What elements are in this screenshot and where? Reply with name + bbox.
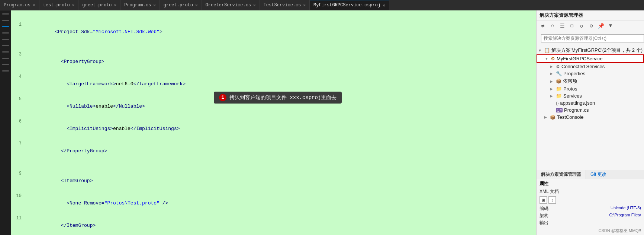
tab-bar: Program.cs ✕ test.proto ✕ greet.proto ✕ … <box>0 0 644 10</box>
tab-label: MyFirstGRPCService.csproj <box>313 3 380 8</box>
tree-item-project-highlighted[interactable]: ▼ ⚙ MyFirstGRPCService <box>537 54 644 63</box>
solution-explorer-toolbar: ⇄ ⌂ ☰ ⊟ ↺ ⚙ 📌 ▼ <box>537 20 644 31</box>
tooltip-badge: 1 <box>219 94 226 101</box>
toolbar-collapse-btn[interactable]: ⊟ <box>568 22 576 30</box>
solution-explorer-title: 解决方案资源管理器 <box>537 10 644 20</box>
minimap-gutter <box>0 10 11 235</box>
tab-close[interactable]: ✕ <box>195 3 198 7</box>
tab-label: TestService.cs <box>264 3 301 8</box>
editor-line: 3 <PropertyGroup> <box>11 51 536 73</box>
tab-git-changes[interactable]: Git 更改 <box>586 170 611 179</box>
tree-item-testconsole-label: TestConsole <box>557 114 584 120</box>
gutter-line-highlight <box>2 26 9 27</box>
toolbar-settings-btn[interactable]: ⚙ <box>587 22 595 30</box>
tab-greet-proto-1[interactable]: greet.proto ✕ <box>78 0 120 10</box>
search-container <box>537 31 644 45</box>
prop-key-encoding: 编码 <box>540 206 548 212</box>
tooltip-text: 拷贝到客户端的项目文件 xxx.csproj里面去 <box>229 94 337 101</box>
protos-folder-icon: 📁 <box>556 86 562 92</box>
tree-item-program-cs-label: Program.cs <box>564 107 589 113</box>
toolbar-pin-btn[interactable]: 📌 <box>597 22 605 30</box>
xml-doc-label: XML 文档 <box>540 188 641 195</box>
prop-sort-btn[interactable]: ↕ <box>548 196 556 204</box>
gutter-line <box>2 20 9 21</box>
tree-item-dependencies-label: 依赖项 <box>563 78 577 85</box>
tree-arrow-icon: ▶ <box>550 64 556 69</box>
tree-item-appsettings-label: appsettings.json <box>560 100 595 106</box>
tree-item-dependencies[interactable]: ▶ 📦 依赖项 <box>537 77 644 85</box>
properties-section: 属性 XML 文档 ⊞ ↕ 编码 Unicode (UTF-8) 架构 C:\P… <box>537 179 644 235</box>
tree-item-project-label: MyFirstGRPCService <box>557 56 603 61</box>
prop-row-encoding: 编码 Unicode (UTF-8) <box>540 205 641 212</box>
prop-grid-btn[interactable]: ⊞ <box>540 196 547 204</box>
tab-label: Program.cs <box>4 3 30 8</box>
tab-myfirst-csproj[interactable]: MyFirstGRPCService.csproj ✕ <box>310 0 389 10</box>
tree-arrow-icon: ▼ <box>545 57 551 61</box>
toolbar-home-btn[interactable]: ⌂ <box>548 22 557 30</box>
editor-line: 9 <ItemGroup> <box>11 170 536 192</box>
tab-close[interactable]: ✕ <box>153 3 156 7</box>
tab-greeter-service[interactable]: GreeterService.cs ✕ <box>202 0 260 10</box>
program-cs-icon: C# <box>556 108 563 112</box>
editor-line: 10 <None Remove="Protos\Test.proto" /> <box>11 192 536 215</box>
editor-line <box>11 13 536 21</box>
watermark-text: CSDN @格格巫 MMQ!! <box>540 228 641 234</box>
toolbar-filter-btn[interactable]: ☰ <box>558 22 566 30</box>
solution-explorer-panel: 解决方案资源管理器 ⇄ ⌂ ☰ ⊟ ↺ ⚙ 📌 ▼ ▼ 📋 解决方案'MyFir… <box>536 10 644 235</box>
tree-item-properties-label: Properties <box>563 71 585 76</box>
properties-icon: 🔧 <box>556 71 562 76</box>
tree-item-services-label: Services <box>563 93 582 99</box>
tab-close[interactable]: ✕ <box>253 3 256 7</box>
tree-item-protos-label: Protos <box>563 86 577 92</box>
tab-program-cs-1[interactable]: Program.cs ✕ <box>0 0 39 10</box>
tree-item-solution-root[interactable]: ▼ 📋 解决方案'MyFirstGRPC'(2个项目，共 2 个) <box>537 46 644 54</box>
editor-line: 6 <ImplicitUsings>enable</ImplicitUsings… <box>11 118 536 140</box>
tab-close[interactable]: ✕ <box>72 3 75 7</box>
tab-close[interactable]: ✕ <box>33 3 35 7</box>
tab-close-active[interactable]: ✕ <box>383 3 385 8</box>
tab-label: Program.cs <box>124 3 151 8</box>
gutter-line <box>2 51 9 53</box>
main-layout: 1 <Project Sdk="Microsoft.NET.Sdk.Web"> … <box>0 10 644 235</box>
tab-test-service[interactable]: TestService.cs ✕ <box>260 0 310 10</box>
tree-item-appsettings[interactable]: ▶ {} appsettings.json <box>537 99 644 107</box>
testconsole-icon: 📦 <box>550 115 556 120</box>
prop-val-schema: C:\Program Files\ <box>609 213 641 219</box>
properties-toolbar: ⊞ ↕ <box>540 196 641 204</box>
toolbar-refresh-btn[interactable]: ↺ <box>577 22 586 30</box>
toolbar-sync-btn[interactable]: ⇄ <box>539 22 547 30</box>
toolbar-more-btn[interactable]: ▼ <box>606 22 615 30</box>
tab-close[interactable]: ✕ <box>303 3 306 7</box>
tree-item-testconsole[interactable]: ▶ 📦 TestConsole <box>537 114 644 121</box>
solution-search-input[interactable] <box>541 34 644 42</box>
tree-arrow-icon: ▶ <box>550 72 556 76</box>
tab-solution-explorer[interactable]: 解决方案资源管理器 <box>537 170 586 179</box>
tree-item-services[interactable]: ▶ 📁 Services <box>537 92 644 99</box>
editor-content: 1 <Project Sdk="Microsoft.NET.Sdk.Web"> … <box>11 10 536 235</box>
gutter-line <box>2 58 9 59</box>
gutter-line <box>2 39 9 40</box>
tree-item-connected-services[interactable]: ▶ ⚙ Connected Services <box>537 63 644 70</box>
editor-area[interactable]: 1 <Project Sdk="Microsoft.NET.Sdk.Web"> … <box>11 10 536 235</box>
properties-title: 属性 <box>540 181 641 187</box>
gutter-line <box>2 70 9 72</box>
tab-test-proto[interactable]: test.proto ✕ <box>39 0 79 10</box>
tab-label: greet.proto <box>164 3 193 8</box>
gutter-line <box>2 64 9 65</box>
tree-item-properties[interactable]: ▶ 🔧 Properties <box>537 70 644 77</box>
tooltip-bubble: 1 拷贝到客户端的项目文件 xxx.csproj里面去 <box>214 92 342 104</box>
appsettings-icon: {} <box>556 101 558 105</box>
project-icon: ⚙ <box>551 56 555 61</box>
tree-item-solution-label: 解决方案'MyFirstGRPC'(2个项目，共 2 个) <box>551 47 643 54</box>
tab-greet-proto-2[interactable]: greet.proto ✕ <box>160 0 202 10</box>
prop-key-schema: 架构 <box>540 213 548 219</box>
editor-line <box>11 43 536 51</box>
prop-row-output: 输出 <box>540 219 641 226</box>
tree-item-protos[interactable]: ▶ 📁 Protos <box>537 85 644 92</box>
tree-item-program-cs[interactable]: ▶ C# Program.cs <box>537 107 644 114</box>
editor-line: 1 <Project Sdk="Microsoft.NET.Sdk.Web"> <box>11 21 536 43</box>
tab-close[interactable]: ✕ <box>114 3 117 7</box>
tab-program-cs-2[interactable]: Program.cs ✕ <box>120 0 160 10</box>
tree-arrow-icon: ▶ <box>550 79 556 83</box>
gutter-line <box>2 32 9 34</box>
